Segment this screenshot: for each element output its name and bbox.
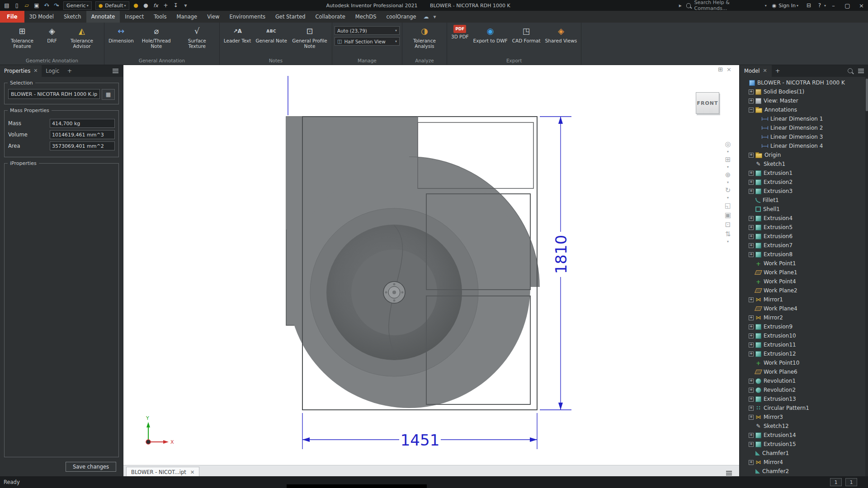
close-icon[interactable]: ✕	[190, 469, 195, 475]
fx-button[interactable]: fx	[151, 1, 161, 10]
dimension-button[interactable]: ↔Dimension	[107, 24, 136, 44]
ribbon-tab-tools[interactable]: Tools	[149, 11, 171, 23]
leader-text-button[interactable]: ↗ALeader Text	[222, 24, 253, 44]
browser-tree-item[interactable]: Work Plane2	[740, 286, 868, 295]
expand-icon[interactable]: +	[749, 252, 754, 257]
browser-tree-item[interactable]: +Extrusion12	[740, 349, 868, 358]
drf-button[interactable]: ◈DRF	[43, 24, 61, 44]
browser-tree-item[interactable]: Linear Dimension 4	[740, 141, 868, 150]
general-profile-note-button[interactable]: ⊡General Profile Note	[290, 24, 330, 50]
ribbon-tab-environments[interactable]: Environments	[225, 11, 270, 23]
browser-tree-item[interactable]: +Extrusion13	[740, 394, 868, 404]
chevron-down-button[interactable]: ▾	[181, 1, 191, 10]
chevron-down-icon[interactable]: ▾	[431, 11, 439, 23]
surface-texture-button[interactable]: √Surface Texture	[177, 24, 217, 50]
expand-icon[interactable]: +	[749, 315, 754, 320]
expand-icon[interactable]: +	[749, 189, 754, 194]
browser-tree-item[interactable]: Work Point10	[740, 358, 868, 367]
shared-views-button[interactable]: ◈Shared Views	[543, 24, 579, 44]
volume-field[interactable]	[50, 130, 115, 139]
ribbon-tab-inspect[interactable]: Inspect	[120, 11, 149, 23]
browser-tree-item[interactable]: +Mirror1	[740, 295, 868, 304]
expand-icon[interactable]: +	[749, 415, 754, 420]
zoom-window-button[interactable]: ⊡	[725, 221, 731, 228]
chevron-down-button[interactable]: ▾	[727, 240, 729, 244]
viewport[interactable]: 1810 1451 Y X FRONT ◎▾⊞▾⊕▾↻▾◱▣⊡⇅▾ ⊞×	[123, 65, 739, 465]
auto-23-79-combo[interactable]: Auto (23,79)▾	[335, 26, 400, 35]
selection-list-button[interactable]: ▦	[102, 89, 115, 100]
cloud-icon[interactable]: ☁	[421, 11, 431, 23]
browser-tree-item[interactable]: +Extrusion3	[740, 187, 868, 196]
scrollbar-thumb[interactable]	[866, 79, 868, 111]
browser-tree-item[interactable]: Chamfer2	[740, 467, 868, 476]
browser-tree-item[interactable]: Work Plane6	[740, 367, 868, 376]
expand-icon[interactable]: +	[749, 352, 754, 357]
tab-model[interactable]: Model ✕	[740, 65, 772, 77]
browser-tree-item[interactable]: Sketch12	[740, 422, 868, 431]
add-button[interactable]: +	[161, 1, 171, 10]
ribbon-tab-collaborate[interactable]: Collaborate	[311, 11, 350, 23]
view-face-button[interactable]: ▣	[725, 211, 731, 219]
ribbon-tab-3d-model[interactable]: 3D Model	[24, 11, 59, 23]
hole-thread-note-button[interactable]: ⌀Hole/Thread Note	[137, 24, 176, 50]
chevron-down-button[interactable]: ▾	[727, 196, 729, 200]
browser-tree-item[interactable]: +Extrusion1	[740, 169, 868, 178]
expand-icon[interactable]: +	[749, 89, 754, 94]
tolerance-advisor-button[interactable]: ◭Tolerance Advisor	[62, 24, 102, 50]
close-doc-icon[interactable]: ×	[726, 66, 731, 73]
browser-tree-item[interactable]: Shell1	[740, 205, 868, 214]
export-button[interactable]: ↧	[171, 1, 181, 10]
help-search-input[interactable]: Search Help & Commands... ▾	[686, 0, 767, 11]
browser-scrollbar[interactable]	[865, 77, 868, 476]
browser-tree-item[interactable]: +Extrusion14	[740, 431, 868, 440]
save-changes-button[interactable]: Save changes	[66, 462, 116, 472]
add-panel-tab-button[interactable]: +	[63, 67, 75, 74]
material-ball-button[interactable]: ●	[141, 1, 151, 10]
expand-icon[interactable]: +	[749, 324, 754, 329]
browser-tree-item[interactable]: Chamfer1	[740, 449, 868, 458]
document-tab-menu-icon[interactable]	[726, 471, 732, 472]
orbit-button[interactable]: ↻	[725, 187, 731, 194]
appearance-ball-button[interactable]: ●	[131, 1, 141, 10]
new-file-button[interactable]: ▯	[12, 1, 22, 10]
browser-tree-item[interactable]: Linear Dimension 2	[740, 123, 868, 132]
pan-button[interactable]: ⊞	[725, 156, 731, 163]
browser-search-icon[interactable]	[848, 68, 853, 73]
maximize-button[interactable]: ▢	[841, 0, 854, 11]
minimize-button[interactable]: –	[827, 0, 840, 11]
browser-tree-item[interactable]: Sketch1	[740, 160, 868, 169]
ribbon-tab-coolorange[interactable]: coolOrange	[382, 11, 421, 23]
expand-icon[interactable]: +	[749, 333, 754, 338]
browser-tree-item[interactable]: +Extrusion7	[740, 241, 868, 250]
browser-tree-item[interactable]: Work Point1	[740, 259, 868, 268]
browser-tree-item[interactable]: −Annotations	[740, 105, 868, 114]
browser-tree-item[interactable]: +Solid Bodies(1)	[740, 87, 868, 96]
ribbon-tab-annotate[interactable]: Annotate	[86, 11, 120, 23]
expand-icon[interactable]: +	[749, 433, 754, 438]
selection-input[interactable]	[8, 89, 100, 99]
browser-tree-item[interactable]: Linear Dimension 3	[740, 132, 868, 141]
browser-tree-item[interactable]: +Revolution1	[740, 376, 868, 385]
ribbon-tab-file[interactable]: File	[0, 11, 24, 23]
expand-icon[interactable]: +	[749, 460, 754, 465]
sign-in-button[interactable]: ◉ Sign In ▾	[772, 3, 798, 9]
chevron-down-button[interactable]: ▾	[727, 150, 729, 154]
tab-logic[interactable]: Logic	[42, 65, 63, 77]
general-note-button[interactable]: ABCGeneral Note	[254, 24, 289, 44]
ribbon-tab-mechds[interactable]: MechDS	[350, 11, 382, 23]
ribbon-tab-view[interactable]: View	[202, 11, 224, 23]
document-tab[interactable]: BLOWER - NICOT...ipt ✕	[126, 467, 199, 477]
half-section-view-combo[interactable]: ◫Half Section View▾	[335, 37, 400, 46]
browser-tree-item[interactable]: +Mirror2	[740, 313, 868, 322]
viewcube[interactable]: FRONT	[696, 92, 719, 114]
browser-tree-item[interactable]: Fillet1	[740, 196, 868, 205]
browser-tree-item[interactable]: +Origin	[740, 150, 868, 160]
application-menu-button[interactable]: ▤	[2, 1, 12, 10]
look-at-button[interactable]: ◱	[725, 202, 731, 209]
browser-tree-item[interactable]: +Extrusion6	[740, 232, 868, 241]
save-button[interactable]: ▣	[32, 1, 42, 10]
navigation-wheel-button[interactable]: ◎	[725, 141, 731, 148]
export-to-dwf-button[interactable]: ◉Export to DWF	[472, 24, 509, 44]
model-canvas[interactable]: 1810 1451 Y X	[123, 65, 739, 465]
collapse-icon[interactable]: −	[749, 108, 754, 113]
